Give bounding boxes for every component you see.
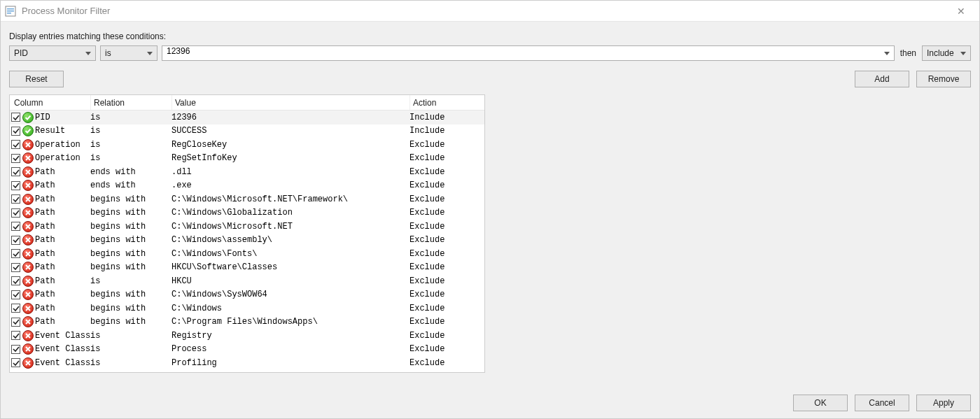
- cell-action: Include: [410, 126, 484, 136]
- row-checkbox[interactable]: [11, 318, 20, 327]
- apply-button[interactable]: Apply: [916, 395, 971, 411]
- row-checkbox[interactable]: [11, 208, 20, 218]
- row-checkbox[interactable]: [11, 154, 20, 163]
- row-checkbox[interactable]: [11, 167, 20, 176]
- table-row[interactable]: Pathbegins withHKCU\Software\ClassesExcl…: [10, 261, 484, 275]
- table-row[interactable]: Event ClassisProcessExclude: [10, 343, 484, 357]
- table-row[interactable]: Pathends with.exeExclude: [10, 179, 484, 193]
- cell-column: Event Class: [35, 331, 90, 341]
- exclude-icon: [22, 152, 34, 164]
- add-button[interactable]: Add: [855, 71, 909, 87]
- value-combobox[interactable]: 12396: [162, 45, 895, 61]
- cell-column: Path: [35, 317, 90, 327]
- row-checkbox[interactable]: [11, 276, 20, 285]
- header-column[interactable]: Column: [10, 95, 91, 110]
- cell-column: Path: [35, 222, 90, 232]
- cell-action: Exclude: [410, 167, 484, 177]
- table-row[interactable]: Pathbegins withC:\Windows\assembly\Exclu…: [10, 234, 484, 248]
- table-row[interactable]: Pathbegins withC:\Windows\SysWOW64Exclud…: [10, 288, 484, 302]
- window-title: Process Monitor Filter: [22, 6, 947, 16]
- action-dropdown[interactable]: Include: [922, 45, 971, 61]
- row-checkbox[interactable]: [11, 140, 20, 149]
- cell-value: HKCU: [172, 276, 410, 286]
- cell-value: C:\Windows: [172, 304, 410, 313]
- cell-value: C:\Windows\Microsoft.NET: [172, 222, 410, 232]
- cell-column: PID: [35, 113, 90, 122]
- row-checkbox[interactable]: [11, 358, 20, 367]
- row-checkbox[interactable]: [11, 290, 20, 299]
- table-row[interactable]: PIDis12396Include: [10, 111, 484, 125]
- table-row[interactable]: Pathends with.dllExclude: [10, 165, 484, 179]
- table-row[interactable]: Pathbegins withC:\Windows\GlobalizationE…: [10, 206, 484, 220]
- header-action[interactable]: Action: [410, 95, 484, 110]
- cell-column: Operation: [35, 153, 90, 163]
- table-row[interactable]: Event ClassisProfilingExclude: [10, 356, 484, 370]
- row-checkbox[interactable]: [11, 249, 20, 258]
- ok-button[interactable]: OK: [793, 395, 848, 411]
- row-checkbox[interactable]: [11, 263, 20, 272]
- cell-relation: begins with: [90, 317, 172, 327]
- table-row[interactable]: Pathbegins withC:\Windows\Microsoft.NETE…: [10, 220, 484, 234]
- row-checkbox[interactable]: [11, 194, 20, 204]
- cell-relation: ends with: [90, 167, 172, 177]
- cell-action: Exclude: [410, 249, 484, 259]
- header-value[interactable]: Value: [172, 95, 410, 110]
- cell-value: C:\Windows\Microsoft.NET\Framework\: [172, 194, 410, 204]
- table-row[interactable]: OperationisRegSetInfoKeyExclude: [10, 152, 484, 166]
- cell-relation: begins with: [90, 208, 172, 218]
- relation-dropdown[interactable]: is: [100, 45, 158, 61]
- table-row[interactable]: Event ClassisRegistryExclude: [10, 329, 484, 343]
- cell-relation: is: [90, 113, 172, 122]
- row-checkbox[interactable]: [11, 304, 20, 313]
- app-icon: [5, 6, 16, 17]
- row-checkbox[interactable]: [11, 222, 20, 231]
- table-row[interactable]: Pathbegins withC:\Windows\Microsoft.NET\…: [10, 192, 484, 206]
- cell-value: Registry: [172, 331, 410, 341]
- cell-action: Exclude: [410, 222, 484, 232]
- reset-button[interactable]: Reset: [9, 71, 64, 87]
- header-relation[interactable]: Relation: [91, 95, 172, 110]
- cell-value: Profiling: [172, 358, 410, 368]
- table-row[interactable]: ResultisSUCCESSInclude: [10, 125, 484, 139]
- svg-rect-3: [7, 13, 11, 14]
- cell-action: Exclude: [410, 276, 484, 286]
- row-checkbox[interactable]: [11, 236, 20, 245]
- cell-relation: is: [90, 331, 172, 341]
- table-row[interactable]: Pathbegins withC:\WindowsExclude: [10, 301, 484, 315]
- dialog-window: Process Monitor Filter ✕ Display entries…: [0, 0, 980, 419]
- cell-action: Exclude: [410, 140, 484, 150]
- column-dropdown[interactable]: PID: [9, 45, 96, 61]
- cell-relation: ends with: [90, 180, 172, 190]
- table-row[interactable]: Pathbegins withC:\Windows\Fonts\Exclude: [10, 247, 484, 261]
- cell-column: Path: [35, 276, 90, 286]
- cancel-button[interactable]: Cancel: [855, 395, 909, 411]
- filter-table: Column Relation Value Action PIDis12396I…: [9, 94, 485, 373]
- cell-value: C:\Windows\Fonts\: [172, 249, 410, 259]
- close-button[interactable]: ✕: [947, 6, 975, 17]
- cell-value: C:\Windows\SysWOW64: [172, 290, 410, 299]
- cell-column: Path: [35, 235, 90, 245]
- cell-relation: begins with: [90, 249, 172, 259]
- row-checkbox[interactable]: [11, 181, 20, 190]
- remove-button[interactable]: Remove: [916, 71, 971, 87]
- exclude-icon: [22, 316, 34, 327]
- row-checkbox[interactable]: [11, 113, 20, 122]
- exclude-icon: [22, 357, 34, 369]
- table-row[interactable]: OperationisRegCloseKeyExclude: [10, 138, 484, 152]
- cell-relation: begins with: [90, 304, 172, 313]
- cell-relation: begins with: [90, 262, 172, 272]
- cell-action: Exclude: [410, 358, 484, 368]
- cell-relation: is: [90, 126, 172, 136]
- row-checkbox[interactable]: [11, 127, 20, 136]
- exclude-icon: [22, 330, 34, 341]
- table-row[interactable]: PathisHKCUExclude: [10, 274, 484, 288]
- row-checkbox[interactable]: [11, 331, 20, 340]
- table-row[interactable]: Pathbegins withC:\Program Files\WindowsA…: [10, 315, 484, 329]
- row-checkbox[interactable]: [11, 345, 20, 354]
- cell-action: Exclude: [410, 304, 484, 313]
- cell-action: Exclude: [410, 194, 484, 204]
- exclude-icon: [22, 194, 34, 205]
- cell-value: RegCloseKey: [172, 140, 410, 150]
- cell-column: Path: [35, 290, 90, 299]
- cell-relation: is: [90, 140, 172, 150]
